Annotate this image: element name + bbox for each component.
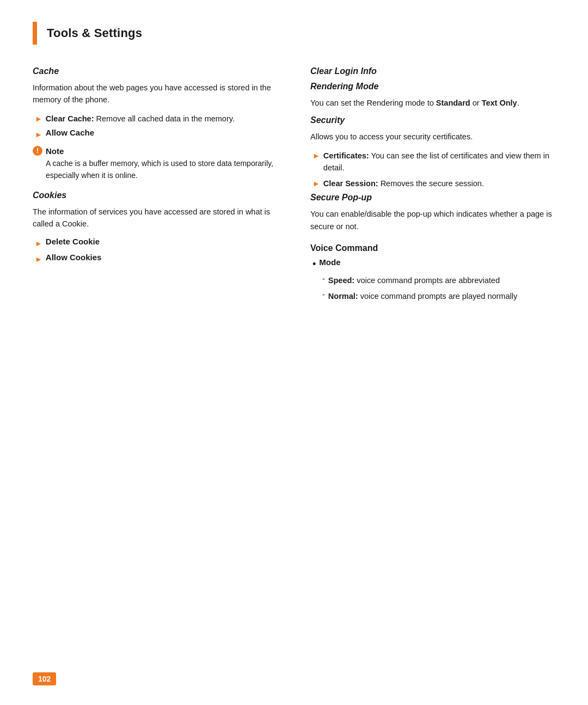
secure-popup-body-text: You can enable/disable the pop-up which … [310,208,555,232]
right-column: Clear Login Info Rendering Mode You can … [310,66,555,305]
certificates-bold: Certificates: [323,151,369,160]
note-icon: ! [33,146,42,156]
section-title-rendering: Rendering Mode [310,82,555,91]
section-title-cache: Cache [33,66,278,76]
rendering-text-only: Text Only [482,99,517,107]
page-title: Tools & Settings [47,26,142,40]
speed-text: Speed: voice command prompts are abbrevi… [328,274,500,286]
mode-text: Mode [319,258,340,267]
note-header: ! Note [33,146,278,156]
section-rendering-mode: Rendering Mode You can set the Rendering… [310,82,555,109]
section-security: Security Allows you to access your secur… [310,115,555,189]
section-title-security: Security [310,115,555,125]
header: Tools & Settings [33,22,555,45]
clear-cache-bold: Clear Cache: [46,114,94,123]
arrow-icon-6: ► [313,178,320,189]
left-column: Cache Information about the web pages yo… [33,66,278,305]
note-label: Note [46,146,64,156]
page: Tools & Settings Cache Information about… [0,0,588,705]
cookies-body-text: The information of services you have acc… [33,206,278,230]
sub-bullet-speed: - Speed: voice command prompts are abbre… [310,274,555,286]
bullet-delete-cookie: ► Delete Cookie [33,237,278,249]
section-title-cookies: Cookies [33,191,278,200]
bullet-clear-session: ► Clear Session: Removes the secure sess… [310,177,555,189]
mode-bullet: • Mode [310,258,555,272]
sub-bullet-normal: - Normal: voice command prompts are play… [310,290,555,302]
clear-session-text: Clear Session: Removes the secure sessio… [323,177,484,189]
note-content: A cache is a buffer memory, which is use… [33,158,278,181]
rendering-standard: Standard [436,99,470,107]
allow-cookies-text: Allow Cookies [46,253,102,262]
page-number: 102 [33,672,56,685]
normal-bold: Normal: [328,292,358,301]
arrow-icon-2: ► [35,129,42,140]
clear-cache-text: Clear Cache: Remove all cached data in t… [46,113,235,125]
cache-body-text: Information about the web pages you have… [33,82,278,106]
dash-icon-2: - [322,290,325,299]
dash-icon-1: - [322,274,325,283]
arrow-icon-4: ► [35,254,42,265]
section-secure-popup: Secure Pop-up You can enable/disable the… [310,193,555,232]
normal-text: Normal: voice command prompts are played… [328,290,517,302]
section-voice-command: Voice Command • Mode - Speed: voice comm… [310,243,555,302]
arrow-icon-5: ► [313,150,320,162]
bullet-certificates: ► Certificates: You can see the list of … [310,150,555,174]
content-columns: Cache Information about the web pages yo… [33,66,555,305]
section-cache: Cache Information about the web pages yo… [33,66,278,182]
allow-cache-text: Allow Cache [46,128,94,137]
dot-icon: • [313,256,316,272]
arrow-icon-3: ► [35,238,42,249]
section-title-clear-login: Clear Login Info [310,66,555,76]
voice-command-title: Voice Command [310,243,555,253]
delete-cookie-text: Delete Cookie [46,237,100,246]
bullet-allow-cookies: ► Allow Cookies [33,253,278,265]
arrow-icon: ► [35,113,42,125]
security-body-text: Allows you to access your security certi… [310,131,555,143]
section-clear-login: Clear Login Info [310,66,555,76]
bullet-clear-cache: ► Clear Cache: Remove all cached data in… [33,113,278,125]
speed-bold: Speed: [328,276,354,285]
header-accent-bar [33,22,37,45]
section-title-secure-popup: Secure Pop-up [310,193,555,203]
certificates-text: Certificates: You can see the list of ce… [323,150,555,174]
rendering-body-text: You can set the Rendering mode to Standa… [310,97,555,109]
note-box: ! Note A cache is a buffer memory, which… [33,146,278,181]
bullet-allow-cache: ► Allow Cache [33,128,278,140]
clear-session-bold: Clear Session: [323,179,378,188]
section-cookies: Cookies The information of services you … [33,191,278,265]
